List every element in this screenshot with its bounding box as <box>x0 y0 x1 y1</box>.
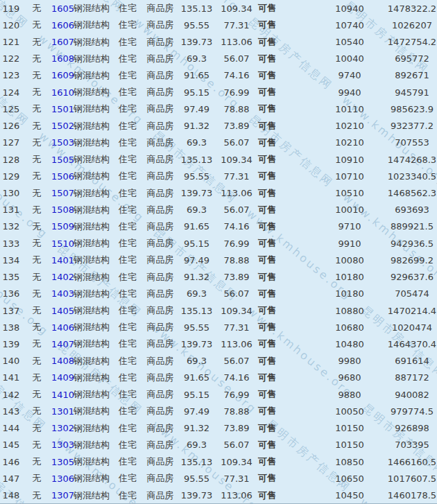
usage-cell: 住宅 <box>112 319 143 336</box>
row-index-cell: 141 <box>0 370 22 386</box>
net-area-cell: 73.89 <box>216 269 257 286</box>
table-row: 131无1508钢混结构住宅商品房69.356.07可售10010693693 <box>0 202 437 218</box>
unit-number-link[interactable]: 1401 <box>51 255 74 266</box>
unit-price-cell: 10910 <box>312 151 387 168</box>
table-row: 146无1305钢混结构住宅商品房135.13109.34可售108501466… <box>0 453 437 470</box>
table-row: 142无1410钢混结构住宅商品房95.1576.99可售9880940082 <box>0 386 437 403</box>
unit-number-link[interactable]: 1503 <box>51 137 74 148</box>
housing-type-cell: 商品房 <box>143 286 178 302</box>
row-index-cell: 137 <box>0 302 22 319</box>
total-price-cell: 887172 <box>387 370 437 386</box>
unit-price-cell: 10650 <box>312 470 387 487</box>
housing-type-cell: 商品房 <box>143 0 178 17</box>
unit-number-link[interactable]: 1407 <box>51 339 74 349</box>
net-area-cell: 113.06 <box>216 184 257 201</box>
unit-number-link[interactable]: 1608 <box>51 53 74 64</box>
housing-type-cell: 商品房 <box>143 419 178 436</box>
unit-number-link[interactable]: 1306 <box>51 473 74 484</box>
spacer-cell <box>277 319 312 336</box>
unit-number-link[interactable]: 1609 <box>51 70 74 80</box>
unit-number-link[interactable]: 1508 <box>51 205 74 215</box>
table-row: 144无1302钢混结构住宅商品房91.3273.89可售10150926898 <box>0 419 437 436</box>
sale-status-cell: 可售 <box>257 370 277 386</box>
unit-number-link[interactable]: 1509 <box>51 221 74 232</box>
net-area-cell: 78.88 <box>216 252 257 268</box>
usage-cell: 住宅 <box>112 202 143 218</box>
spacer-cell <box>277 218 312 235</box>
usage-cell: 住宅 <box>112 269 143 286</box>
unit-price-cell: 9980 <box>312 353 387 370</box>
unit-number-link[interactable]: 1410 <box>51 390 74 400</box>
usage-cell: 住宅 <box>112 118 143 134</box>
net-area-cell: 77.31 <box>216 470 257 487</box>
unit-number-cell: 1301 <box>51 403 71 419</box>
unit-number-link[interactable]: 1607 <box>51 37 74 47</box>
structure-cell: 钢混结构 <box>71 470 112 487</box>
unit-number-cell: 1506 <box>51 168 71 184</box>
gross-area-cell: 95.15 <box>178 386 216 403</box>
unit-number-link[interactable]: 1402 <box>51 272 74 282</box>
unit-price-cell: 9910 <box>312 235 387 252</box>
unit-number-link[interactable]: 1510 <box>51 238 74 249</box>
net-area-cell: 77.31 <box>216 319 257 336</box>
gross-area-cell: 95.55 <box>178 17 216 33</box>
usage-cell: 住宅 <box>112 184 143 201</box>
unit-number-cell: 1303 <box>51 437 71 453</box>
unit-number-link[interactable]: 1409 <box>51 372 74 383</box>
unit-number-link[interactable]: 1505 <box>51 155 74 165</box>
unit-number-link[interactable]: 1302 <box>51 423 74 433</box>
unit-number-link[interactable]: 1506 <box>51 171 74 182</box>
sale-status-cell: 可售 <box>257 218 277 235</box>
housing-type-cell: 商品房 <box>143 269 178 286</box>
spacer-cell <box>277 269 312 286</box>
gross-area-cell: 95.55 <box>178 470 216 487</box>
row-index-cell: 144 <box>0 419 22 436</box>
unit-number-link[interactable]: 1408 <box>51 356 74 366</box>
net-area-cell: 56.07 <box>216 286 257 302</box>
unit-number-link[interactable]: 1501 <box>51 104 74 114</box>
table-row: 124无1610钢混结构住宅商品房95.1576.99可售9940945791 <box>0 84 437 101</box>
unit-number-link[interactable]: 1502 <box>51 121 74 131</box>
unit-number-link[interactable]: 1605 <box>51 3 74 14</box>
unit-number-link[interactable]: 1307 <box>51 490 74 501</box>
unit-price-cell: 10850 <box>312 453 387 470</box>
usage-cell: 住宅 <box>112 336 143 352</box>
unit-number-cell: 1609 <box>51 67 71 84</box>
unit-number-cell: 1403 <box>51 286 71 302</box>
unit-number-link[interactable]: 1606 <box>51 20 74 31</box>
unit-number-link[interactable]: 1305 <box>51 457 74 467</box>
mortgage-cell: 无 <box>22 319 51 336</box>
unit-number-link[interactable]: 1303 <box>51 440 74 450</box>
total-price-cell: 1460178.5 <box>387 487 437 504</box>
mortgage-cell: 无 <box>22 286 51 302</box>
unit-price-cell: 10050 <box>312 403 387 419</box>
net-area-cell: 56.07 <box>216 134 257 151</box>
unit-number-link[interactable]: 1301 <box>51 406 74 417</box>
unit-price-cell: 9740 <box>312 67 387 84</box>
mortgage-cell: 无 <box>22 353 51 370</box>
row-index-cell: 148 <box>0 487 22 504</box>
gross-area-cell: 91.32 <box>178 269 216 286</box>
usage-cell: 住宅 <box>112 370 143 386</box>
spacer-cell <box>277 134 312 151</box>
housing-type-cell: 商品房 <box>143 235 178 252</box>
unit-price-cell: 9710 <box>312 218 387 235</box>
usage-cell: 住宅 <box>112 134 143 151</box>
structure-cell: 钢混结构 <box>71 353 112 370</box>
net-area-cell: 113.06 <box>216 487 257 504</box>
unit-number-cell: 1606 <box>51 17 71 33</box>
sale-status-cell: 可售 <box>257 487 277 504</box>
housing-type-cell: 商品房 <box>143 319 178 336</box>
unit-number-link[interactable]: 1610 <box>51 87 74 98</box>
unit-price-cell: 10210 <box>312 134 387 151</box>
usage-cell: 住宅 <box>112 286 143 302</box>
gross-area-cell: 69.3 <box>178 134 216 151</box>
row-index-cell: 120 <box>0 17 22 33</box>
unit-number-link[interactable]: 1507 <box>51 188 74 198</box>
unit-number-link[interactable]: 1406 <box>51 322 74 333</box>
structure-cell: 钢混结构 <box>71 286 112 302</box>
net-area-cell: 77.31 <box>216 168 257 184</box>
total-price-cell: 982699.2 <box>387 252 437 268</box>
unit-number-link[interactable]: 1405 <box>51 306 74 316</box>
unit-number-link[interactable]: 1403 <box>51 288 74 299</box>
